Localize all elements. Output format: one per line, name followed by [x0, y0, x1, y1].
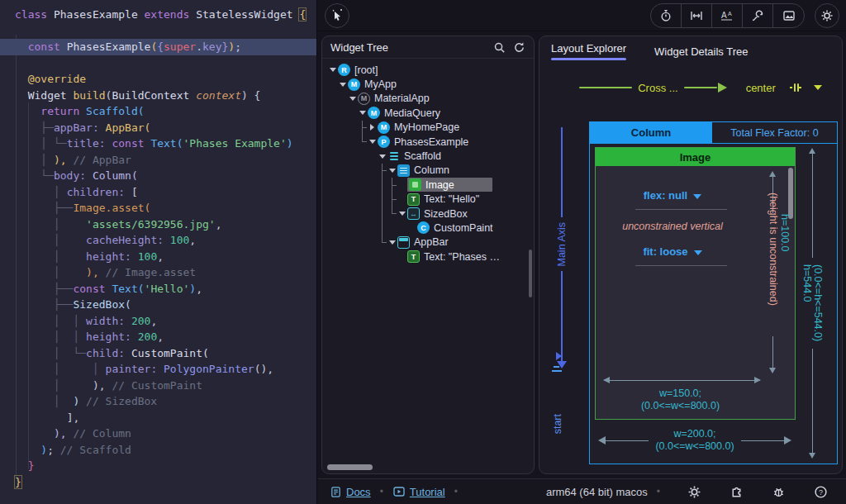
tree-connector: [337, 221, 347, 235]
highlight-repaints-button[interactable]: [743, 4, 773, 27]
main-axis-alignment-value[interactable]: start: [553, 414, 563, 434]
status-bar: Docs • Tutorial • arm64 (64 bit) macos •: [318, 478, 846, 504]
chevron-down-icon: [694, 250, 702, 255]
flutter-devtools-inspector: class PhasesExample extends StatelessWid…: [0, 0, 846, 504]
tree-connector: [377, 221, 387, 235]
horizontal-scrollbar[interactable]: [327, 464, 373, 470]
show-baselines-button[interactable]: A A: [712, 4, 743, 27]
slow-animations-button[interactable]: [651, 4, 682, 27]
column-height-annotation: h=544.0 (0.0<=h<=544.0): [794, 148, 830, 459]
expander-down-icon[interactable]: [387, 235, 397, 250]
chevron-down-icon[interactable]: [814, 85, 822, 90]
gear-icon: [820, 9, 834, 22]
column-tab[interactable]: Column: [590, 122, 712, 143]
tree-node-custompaint[interactable]: CCustomPaint: [327, 221, 534, 235]
tree-connector: [347, 106, 357, 120]
cross-axis-align-icon: [790, 83, 801, 93]
tree-node-sizedbox[interactable]: ↔SizedBox: [327, 207, 534, 221]
m-circle-icon: M: [348, 78, 360, 91]
custompaint-icon: C: [417, 221, 430, 234]
expander-down-icon[interactable]: [377, 149, 387, 163]
tree-node-root[interactable]: R[root]: [327, 63, 534, 77]
gear-icon: [687, 485, 701, 499]
settings-button[interactable]: [815, 3, 839, 28]
width-range: (0.0<=w<=800.0): [655, 440, 734, 453]
arrow-down-icon: [769, 368, 776, 373]
tree-connector: [327, 193, 337, 207]
tree-connector: [337, 149, 347, 163]
expander-down-icon[interactable]: [337, 77, 348, 91]
help-button[interactable]: ?: [814, 485, 828, 499]
selected-node-highlight: Image: [407, 178, 492, 192]
code-line: ├──Image.asset(: [0, 200, 316, 216]
search-button[interactable]: [493, 41, 506, 54]
tree-node-materialapp[interactable]: MMaterialApp: [327, 92, 534, 106]
fit-dropdown[interactable]: fit: loose: [596, 245, 749, 258]
expander-down-icon[interactable]: [387, 164, 397, 178]
image-box-scrollbar[interactable]: [788, 168, 793, 219]
expander-down-icon[interactable]: [347, 92, 358, 106]
tab-widget-details-tree[interactable]: Widget Details Tree: [654, 42, 748, 58]
devtools-settings-button[interactable]: [687, 485, 701, 499]
show-guidelines-button[interactable]: [682, 4, 712, 27]
tree-node-myhomepage[interactable]: MMyHomePage: [327, 121, 534, 135]
image-widget-box[interactable]: Image flex: null unconstrained vertical …: [595, 147, 796, 420]
tree-node-label: Text: "Phases …: [424, 251, 500, 263]
tree-node-label: Text: "Hello": [424, 193, 479, 205]
tree-node-myapp[interactable]: MMyApp: [327, 77, 534, 91]
image-box-title: Image: [596, 148, 795, 166]
tree-node-text-hello[interactable]: TText: "Hello": [327, 193, 534, 207]
expander-down-icon[interactable]: [367, 135, 378, 149]
tree-node-appbar[interactable]: AppBar: [327, 235, 534, 250]
main-axis-align-icon[interactable]: [552, 365, 563, 375]
arrow-line: [812, 349, 813, 453]
height-range: (0.0<=h<=544.0): [812, 264, 823, 341]
tree-connector: [327, 250, 337, 264]
tree-node-label: SizedBox: [424, 208, 468, 220]
bug-icon: [772, 485, 786, 499]
tree-node-mediaquery[interactable]: MMediaQuery: [327, 106, 534, 120]
p-circle-icon: P: [378, 136, 390, 148]
extensions-button[interactable]: [730, 485, 744, 499]
tree-node-phasesexample[interactable]: PPhasesExample: [327, 135, 534, 149]
tree-node-label: MyApp: [364, 78, 397, 90]
tree-node-scaffold[interactable]: Scaffold: [327, 149, 534, 163]
expander-down-icon[interactable]: [397, 207, 407, 221]
code-line: ), // Column: [0, 426, 316, 442]
report-bug-button[interactable]: [772, 485, 786, 499]
expander-down-icon[interactable]: [327, 63, 338, 77]
tree-node-column[interactable]: Column: [327, 164, 534, 178]
code-line: │ ), // AppBar: [0, 152, 316, 169]
tutorial-link[interactable]: Tutorial: [392, 485, 445, 498]
vertical-scrollbar[interactable]: [529, 250, 532, 297]
docs-link[interactable]: Docs: [330, 486, 371, 498]
total-flex-factor: Total Flex Factor: 0: [712, 122, 837, 143]
m-circle-icon: M: [378, 121, 390, 134]
code-line: │ │ width: 200,: [0, 313, 316, 330]
tree-connector: [327, 77, 337, 91]
flex-dropdown[interactable]: flex: null: [596, 189, 749, 202]
chevron-down-icon: [693, 194, 701, 199]
tree-connector: [397, 221, 406, 235]
tab-layout-explorer[interactable]: Layout Explorer: [551, 39, 626, 60]
column-widget-box: Column Total Flex Factor: 0 Image flex: …: [589, 121, 838, 464]
refresh-tree-button[interactable]: [513, 41, 525, 54]
tree-connector: [347, 207, 357, 221]
tree-node-label: Column: [414, 164, 449, 176]
widget-tree-title: Widget Tree: [330, 41, 388, 54]
divider: [635, 209, 727, 210]
select-widget-mode-button[interactable]: [325, 3, 349, 28]
question-mark-icon: ?: [814, 485, 828, 499]
cross-axis-indicator: Cross ... center: [564, 79, 837, 96]
tree-connector: [387, 250, 397, 264]
tree-connector: [367, 250, 377, 264]
cross-axis-alignment-value[interactable]: center: [746, 82, 776, 94]
code-editor[interactable]: class PhasesExample extends StatelessWid…: [0, 0, 317, 504]
tree-node-image[interactable]: Image: [327, 178, 534, 192]
highlight-oversized-images-button[interactable]: [773, 4, 804, 27]
expander-right-icon[interactable]: [367, 121, 378, 135]
tree-node-text-phases[interactable]: TText: "Phases …: [327, 250, 534, 264]
expander-down-icon[interactable]: [357, 106, 368, 120]
column-header: Column Total Flex Factor: 0: [590, 122, 837, 144]
code-line: ├──SizedBox(: [0, 297, 316, 313]
